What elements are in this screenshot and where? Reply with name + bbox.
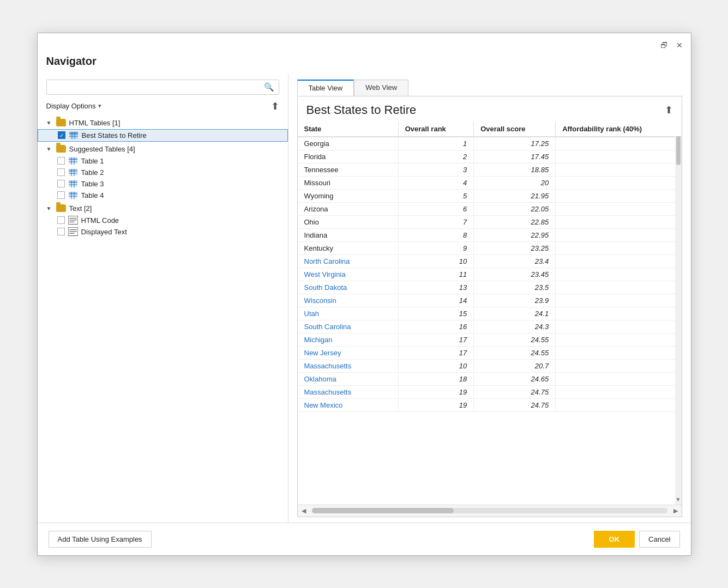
table-cell: Michigan [298,333,399,346]
preview-header: Best States to Retire ⬆ [298,96,682,122]
tree-group-suggested-tables: ▼ Suggested Tables [4] [38,143,288,201]
scroll-left-arrow[interactable]: ◀ [298,505,310,517]
table-cell: 22.95 [474,228,556,241]
table-cell: New Jersey [298,346,399,359]
horizontal-scrollbar[interactable]: ◀ ▶ [298,505,682,517]
table-cell: 22.05 [474,202,556,215]
preview-area: Best States to Retire ⬆ State Overall ra… [297,96,682,517]
col-header-overall-rank: Overall rank [398,122,473,137]
table-cell: Massachusetts [298,385,399,398]
table-row: New Jersey1724.55 [298,346,682,359]
table-cell: Georgia [298,137,399,150]
col-header-affordability: Affordability rank (40%) [556,122,682,137]
table-row: Kentucky923.25 [298,241,682,254]
table-cell: 8 [398,228,473,241]
folder-icon-text [56,204,66,212]
tree-item-best-states[interactable]: ✓ Best States to Retire [38,129,288,142]
table-cell: 24.55 [474,346,556,359]
add-table-button[interactable]: Add Table Using Examples [49,531,152,548]
table-cell: 24.3 [474,320,556,333]
table-cell [556,307,682,320]
display-options-button[interactable]: Display Options ▾ [46,102,101,110]
table-cell: 21.95 [474,189,556,202]
checkbox-displayed-text[interactable] [57,228,65,235]
table-cell: Utah [298,307,399,320]
tab-web-view[interactable]: Web View [354,80,408,96]
scroll-thumb-v[interactable] [676,132,681,165]
checkbox-table1[interactable] [57,157,65,165]
table-cell [556,346,682,359]
table-cell: 23.9 [474,294,556,307]
tree-item-displayed-text[interactable]: Displayed Text [38,226,288,238]
checkbox-table3[interactable] [57,180,65,187]
table-cell: West Virginia [298,268,399,281]
table-cell [556,228,682,241]
tree-item-table1[interactable]: Table 1 [38,155,288,167]
cancel-button[interactable]: Cancel [639,531,679,548]
tree-item-html-code[interactable]: HTML Code [38,215,288,226]
table-cell [556,202,682,215]
table-cell: 17.25 [474,137,556,150]
checkbox-table4[interactable] [57,191,65,199]
tree-item-label-html-code: HTML Code [81,216,119,225]
export-icon[interactable]: ⬆ [271,100,279,112]
tree-item-label-displayed-text: Displayed Text [81,228,127,236]
search-bar[interactable]: 🔍 [46,80,279,95]
tree-group-label-html-tables: HTML Tables [1] [69,119,121,127]
table-cell: Wyoming [298,189,399,202]
table-cell: 10 [398,254,473,268]
tree-group-header-suggested-tables[interactable]: ▼ Suggested Tables [4] [38,143,288,155]
left-panel: 🔍 Display Options ▾ ⬆ ▼ HTML Tables [1] [38,74,288,523]
tree-item-table3[interactable]: Table 3 [38,178,288,190]
table-cell: 23.5 [474,281,556,294]
table-row: North Carolina1023.4 [298,254,682,268]
table-row: Florida217.45 [298,150,682,163]
table-icon-table1 [68,157,78,165]
scroll-down-arrow[interactable]: ▼ [675,495,682,505]
footer: Add Table Using Examples OK Cancel [38,523,691,555]
table-cell: 24.55 [474,333,556,346]
table-cell: 23.4 [474,254,556,268]
folder-icon-html-tables [56,119,66,126]
table-cell: 6 [398,202,473,215]
tree-item-table4[interactable]: Table 4 [38,190,288,201]
table-scroll[interactable]: State Overall rank Overall score Afforda… [298,122,682,505]
search-input[interactable] [51,83,264,91]
svg-rect-7 [69,157,77,160]
ok-button[interactable]: OK [594,531,635,548]
table-cell: 16 [398,320,473,333]
table-cell: 17 [398,346,473,359]
preview-export-icon[interactable]: ⬆ [665,104,673,116]
table-row: Utah1524.1 [298,307,682,320]
table-cell [556,268,682,281]
horizontal-track[interactable] [312,508,667,513]
horizontal-thumb[interactable] [312,508,454,513]
footer-right: OK Cancel [594,531,680,548]
scroll-right-arrow[interactable]: ▶ [670,505,682,517]
checkbox-table2[interactable] [57,168,65,176]
tree-item-label-table1: Table 1 [81,157,104,165]
table-row: Georgia117.25 [298,137,682,150]
table-cell [556,176,682,189]
table-cell: 9 [398,241,473,254]
tree-arrow-html-tables: ▼ [46,120,53,126]
table-cell: 1 [398,137,473,150]
text-icon-displayed-text [68,228,78,235]
tab-table-view[interactable]: Table View [297,80,354,96]
vertical-scrollbar[interactable]: ▲ ▼ [675,122,682,505]
tree-group-header-text[interactable]: ▼ Text [2] [38,202,288,215]
close-button[interactable]: ✕ [675,40,684,50]
restore-button[interactable]: 🗗 [659,40,669,50]
table-cell: 7 [398,215,473,228]
tree-item-table2[interactable]: Table 2 [38,167,288,178]
checkbox-best-states[interactable]: ✓ [58,131,65,139]
tree-group-header-html-tables[interactable]: ▼ HTML Tables [1] [38,117,288,129]
table-cell: 3 [398,163,473,176]
table-cell: 19 [398,398,473,411]
checkbox-html-code[interactable] [57,216,65,224]
table-cell: Kentucky [298,241,399,254]
titlebar: 🗗 ✕ [38,33,691,53]
table-cell: Massachusetts [298,359,399,372]
tree-item-label-table2: Table 2 [81,168,104,177]
table-cell: Missouri [298,176,399,189]
